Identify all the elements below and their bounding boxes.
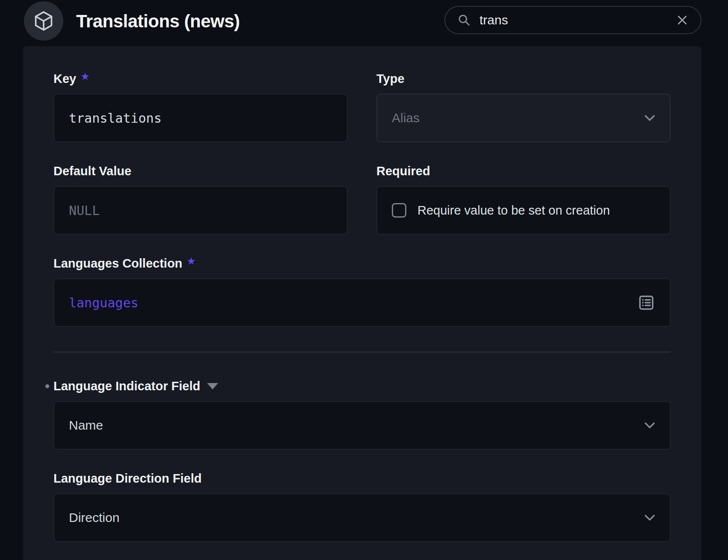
- chevron-down-icon: [644, 115, 655, 121]
- key-input[interactable]: translations: [53, 94, 348, 142]
- section-divider: [53, 351, 671, 353]
- required-checkbox[interactable]: [392, 203, 406, 218]
- languages-collection-input[interactable]: languages: [53, 278, 671, 327]
- field-type-avatar: [24, 1, 63, 41]
- required-field-group: Required Require value to be set on crea…: [376, 163, 671, 235]
- type-label: Type: [376, 71, 671, 86]
- language-indicator-label[interactable]: Language Indicator Field: [53, 378, 671, 394]
- default-value-input[interactable]: NULL: [53, 186, 348, 235]
- edited-dot-icon: [45, 384, 49, 388]
- languages-collection-value: languages: [69, 295, 139, 310]
- type-field-group: Type Alias: [376, 71, 671, 142]
- list-alt-icon[interactable]: [637, 294, 655, 312]
- languages-collection-label: Languages Collection ★: [53, 256, 671, 271]
- language-direction-field-group: Language Direction Field Direction: [53, 471, 671, 542]
- default-value-placeholder: NULL: [69, 203, 100, 218]
- language-indicator-select[interactable]: Name: [53, 401, 671, 450]
- default-value-field-group: Default Value NULL: [53, 163, 348, 235]
- required-checkbox-label: Require value to be set on creation: [417, 203, 610, 218]
- chevron-down-icon: [644, 422, 655, 429]
- field-detail-drawer: Translations (news) trans Key ★: [0, 0, 728, 560]
- page-title: Translations (news): [76, 0, 240, 43]
- language-direction-value: Direction: [69, 510, 119, 525]
- language-direction-select[interactable]: Direction: [53, 493, 671, 542]
- language-indicator-field-group: Language Indicator Field Name: [53, 378, 671, 450]
- drawer-header: Translations (news) trans: [0, 0, 728, 46]
- type-select[interactable]: Alias: [376, 94, 671, 142]
- languages-collection-field-group: Languages Collection ★ languages: [53, 256, 671, 327]
- key-value: translations: [69, 111, 162, 126]
- language-indicator-value: Name: [69, 418, 103, 433]
- required-star-icon: ★: [80, 69, 90, 84]
- key-label: Key ★: [53, 71, 348, 86]
- chevron-down-icon: [644, 514, 655, 521]
- default-value-label: Default Value: [53, 163, 348, 179]
- required-star-icon: ★: [186, 253, 196, 269]
- search-input[interactable]: trans: [444, 6, 701, 34]
- type-value: Alias: [392, 111, 420, 125]
- required-checkbox-row[interactable]: Require value to be set on creation: [376, 186, 671, 235]
- search-icon: [457, 13, 471, 27]
- field-settings-panel: Key ★ translations Type Alias: [23, 46, 701, 560]
- caret-down-icon[interactable]: [207, 383, 218, 389]
- required-label: Required: [376, 163, 671, 179]
- language-direction-label: Language Direction Field: [53, 471, 671, 486]
- key-field-group: Key ★ translations: [53, 71, 348, 142]
- cube-icon: [32, 9, 55, 32]
- clear-search-icon[interactable]: [676, 14, 689, 27]
- search-value[interactable]: trans: [479, 13, 667, 27]
